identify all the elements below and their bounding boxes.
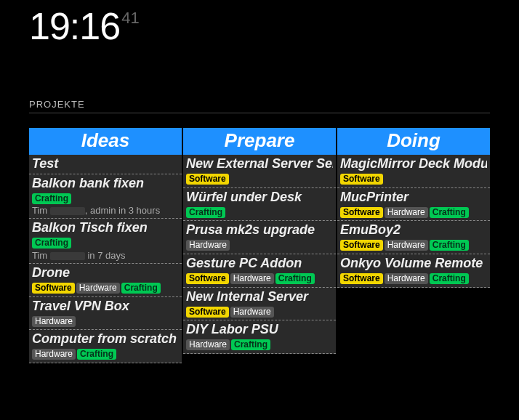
kanban-card[interactable]: Prusa mk2s upgradeHardware <box>183 221 336 254</box>
kanban-card[interactable]: Würfel under DeskCrafting <box>183 188 336 222</box>
label-software: Software <box>340 240 383 251</box>
label-crafting: Crafting <box>77 349 116 360</box>
card-title: Balkon Tisch fixen <box>32 220 179 235</box>
label-crafting: Crafting <box>430 240 469 251</box>
column-header: Ideas <box>29 128 182 155</box>
card-title: Drone <box>32 265 179 280</box>
projects-section: PROJEKTE IdeasTestBalkon bank fixenCraft… <box>29 99 490 363</box>
card-title: EmuBoy2 <box>340 222 487 238</box>
kanban-card[interactable]: Balkon bank fixenCraftingTim , admin in … <box>29 174 182 219</box>
kanban-card[interactable]: New External Server ServerSoftware <box>183 155 336 188</box>
card-labels: Crafting <box>32 191 179 204</box>
kanban-card[interactable]: DroneSoftwareHardwareCrafting <box>29 264 182 297</box>
label-hardware: Hardware <box>76 283 120 294</box>
kanban-board: IdeasTestBalkon bank fixenCraftingTim , … <box>29 128 490 363</box>
card-meta: Tim in 7 days <box>32 250 179 261</box>
label-crafting: Crafting <box>121 283 161 294</box>
card-labels: Crafting <box>32 236 179 249</box>
kanban-card[interactable]: Computer from scratchHardwareCrafting <box>29 330 182 363</box>
card-labels: Software <box>340 172 487 185</box>
card-labels: SoftwareHardwareCrafting <box>32 281 179 294</box>
card-labels: HardwareCrafting <box>186 338 333 351</box>
kanban-card[interactable]: DIY Labor PSUHardwareCrafting <box>183 320 336 354</box>
label-software: Software <box>340 273 383 284</box>
card-labels: SoftwareHardwareCrafting <box>340 272 487 285</box>
card-title: Prusa mk2s upgrade <box>186 222 333 238</box>
label-software: Software <box>186 174 229 185</box>
card-labels: Software <box>186 172 333 185</box>
column-header: Prepare <box>183 128 336 155</box>
card-title: New Internal Server <box>186 289 333 304</box>
label-crafting: Crafting <box>430 207 469 218</box>
card-title: MagicMirror Deck Module <box>340 156 487 171</box>
kanban-card[interactable]: Balkon Tisch fixenCraftingTim in 7 days <box>29 219 182 264</box>
label-crafting: Crafting <box>186 207 225 218</box>
card-labels: Hardware <box>32 314 179 327</box>
label-software: Software <box>186 307 229 318</box>
card-meta: Tim , admin in 3 hours <box>32 205 179 216</box>
label-crafting: Crafting <box>430 273 469 284</box>
label-crafting: Crafting <box>32 193 71 204</box>
kanban-card[interactable]: EmuBoy2SoftwareHardwareCrafting <box>337 221 490 254</box>
label-hardware: Hardware <box>186 339 230 350</box>
clock-time: 19:16 <box>29 5 120 47</box>
label-hardware: Hardware <box>32 349 76 360</box>
kanban-card[interactable]: Onkyo Volume RemoteSoftwareHardwareCraft… <box>337 254 490 288</box>
label-hardware: Hardware <box>385 207 428 218</box>
label-hardware: Hardware <box>230 273 274 284</box>
card-title: Würfel under Desk <box>186 190 333 205</box>
card-labels: HardwareCrafting <box>32 347 179 360</box>
card-title: MucPrinter <box>340 190 487 205</box>
section-title: PROJEKTE <box>29 99 490 113</box>
clock: 19:1641 <box>0 0 519 48</box>
card-labels: Hardware <box>186 238 333 251</box>
label-crafting: Crafting <box>275 273 315 284</box>
label-software: Software <box>186 273 229 284</box>
column-header: Doing <box>337 128 490 155</box>
card-title: Computer from scratch <box>32 331 179 347</box>
kanban-card[interactable]: New Internal ServerSoftwareHardware <box>183 288 336 321</box>
redacted-text <box>50 207 85 215</box>
card-title: Onkyo Volume Remote <box>340 256 487 271</box>
label-hardware: Hardware <box>385 273 428 284</box>
card-labels: SoftwareHardware <box>186 304 333 318</box>
kanban-column: DoingMagicMirror Deck ModuleSoftwareMucP… <box>337 128 490 363</box>
card-labels: SoftwareHardwareCrafting <box>186 272 333 285</box>
label-hardware: Hardware <box>230 307 274 318</box>
card-title: Gesture PC Addon <box>186 256 333 271</box>
clock-seconds: 41 <box>121 9 139 27</box>
card-title: Balkon bank fixen <box>32 176 179 191</box>
kanban-card[interactable]: Test <box>29 155 182 174</box>
kanban-column: IdeasTestBalkon bank fixenCraftingTim , … <box>29 128 182 363</box>
card-labels: SoftwareHardwareCrafting <box>340 205 487 218</box>
label-hardware: Hardware <box>385 240 428 251</box>
label-software: Software <box>32 283 75 294</box>
label-software: Software <box>340 174 383 185</box>
label-crafting: Crafting <box>32 238 71 249</box>
kanban-card[interactable]: MagicMirror Deck ModuleSoftware <box>337 155 490 188</box>
card-labels: Crafting <box>186 205 333 218</box>
card-title: DIY Labor PSU <box>186 322 333 337</box>
card-title: Test <box>32 156 179 171</box>
card-title: Travel VPN Box <box>32 299 179 314</box>
kanban-card[interactable]: Travel VPN BoxHardware <box>29 297 182 331</box>
kanban-card[interactable]: MucPrinterSoftwareHardwareCrafting <box>337 188 490 222</box>
label-hardware: Hardware <box>32 316 76 327</box>
label-crafting: Crafting <box>231 339 270 350</box>
kanban-column: PrepareNew External Server ServerSoftwar… <box>183 128 336 363</box>
label-hardware: Hardware <box>186 240 230 251</box>
card-labels: SoftwareHardwareCrafting <box>340 238 487 251</box>
label-software: Software <box>340 207 383 218</box>
kanban-card[interactable]: Gesture PC AddonSoftwareHardwareCrafting <box>183 254 336 288</box>
redacted-text <box>50 252 85 260</box>
card-title: New External Server Server <box>186 156 333 171</box>
